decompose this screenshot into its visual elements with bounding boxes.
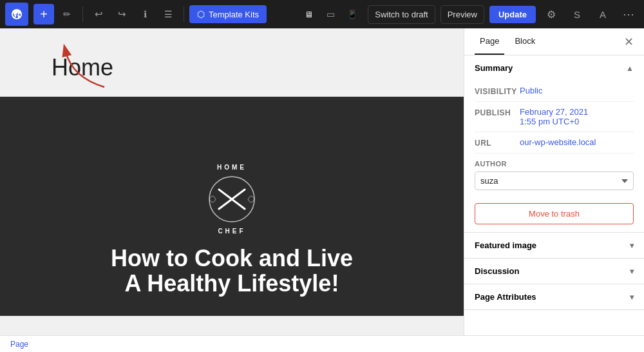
discussion-header[interactable]: Discussion ▾: [464, 259, 644, 284]
featured-image-section: Featured image ▾: [464, 233, 644, 259]
add-icon: +: [40, 7, 48, 22]
redo-icon: ↪: [118, 8, 126, 20]
discussion-section: Discussion ▾: [464, 259, 644, 284]
status-bar: Page: [0, 335, 644, 352]
page-attributes-chevron-icon: ▾: [630, 293, 634, 302]
summary-section: Summary ▲ Visibility Public Publish Febr…: [464, 55, 644, 233]
template-kits-label: Template Kits: [209, 10, 259, 19]
view-buttons: 🖥 ▭ 📱: [298, 4, 363, 24]
settings-icon: ⚙: [547, 8, 556, 21]
status-bar-label[interactable]: Page: [10, 340, 28, 349]
summary-chevron-icon: ▲: [626, 64, 634, 73]
page-attributes-header[interactable]: Page Attributes ▾: [464, 284, 644, 309]
plugin-icon: S: [574, 9, 580, 20]
summary-section-header[interactable]: Summary ▲: [464, 55, 644, 81]
edit-button[interactable]: ✏: [57, 4, 77, 24]
toolbar-separator-1: [82, 6, 83, 22]
discussion-label: Discussion: [475, 266, 519, 276]
url-row: URL our-wp-website.local: [475, 132, 634, 153]
wp-logo-button[interactable]: [5, 3, 28, 26]
visibility-label: Visibility: [475, 86, 520, 96]
avatar-button[interactable]: A: [592, 4, 613, 24]
right-panel: Page Block ✕ Summary ▲ Visibility Public…: [464, 28, 644, 335]
hero-text-block: How to Cook and Live A Healthy Lifestyle…: [111, 246, 353, 297]
featured-image-chevron-icon: ▾: [630, 241, 634, 250]
publish-label: Publish: [475, 107, 520, 117]
move-to-trash-button[interactable]: Move to trash: [475, 203, 634, 224]
list-icon: ☰: [164, 9, 173, 19]
publish-value[interactable]: February 27, 2021 1:55 pm UTC+0: [520, 107, 634, 126]
settings-button[interactable]: ⚙: [541, 4, 562, 24]
editor-area: Home HOME CHEF How to Cook a: [0, 28, 464, 335]
tablet-view-button[interactable]: ▭: [320, 4, 341, 24]
arrow-svg: [59, 39, 117, 97]
close-icon: ✕: [624, 35, 634, 49]
hero-heading-line1: How to Cook and Live: [111, 245, 353, 271]
arrow-indicator: [59, 39, 117, 99]
avatar-icon: A: [600, 9, 606, 20]
url-value[interactable]: our-wp-website.local: [520, 137, 634, 147]
info-icon: ℹ: [144, 9, 147, 19]
tablet-icon: ▭: [327, 9, 335, 19]
panel-close-button[interactable]: ✕: [624, 28, 634, 55]
hero-logo-top: HOME: [217, 164, 247, 171]
mobile-view-button[interactable]: 📱: [342, 4, 363, 24]
pencil-icon: ✏: [63, 9, 71, 19]
featured-image-label: Featured image: [475, 240, 536, 250]
author-section: AUTHOR suza: [475, 153, 634, 197]
page-attributes-section: Page Attributes ▾: [464, 284, 644, 310]
hero-heading-line2: A Healthy Lifestyle!: [125, 270, 339, 297]
publish-row: Publish February 27, 2021 1:55 pm UTC+0: [475, 102, 634, 132]
switch-to-draft-button[interactable]: Switch to draft: [368, 5, 435, 24]
visibility-row: Visibility Public: [475, 81, 634, 102]
panel-tabs: Page Block ✕: [464, 28, 644, 55]
wp-logo-icon: [10, 8, 23, 21]
desktop-icon: 🖥: [305, 10, 313, 19]
undo-icon: ↩: [95, 8, 103, 20]
info-button[interactable]: ℹ: [135, 4, 155, 24]
preview-button[interactable]: Preview: [440, 5, 484, 24]
discussion-chevron-icon: ▾: [630, 267, 634, 276]
page-attributes-label: Page Attributes: [475, 292, 536, 302]
visibility-value[interactable]: Public: [520, 86, 634, 95]
author-select[interactable]: suza: [475, 171, 634, 190]
toolbar: + ✏ ↩ ↪ ℹ ☰ ⬡ Template Kits 🖥 ▭ 📱: [0, 0, 644, 28]
template-kits-icon: ⬡: [197, 9, 205, 19]
undo-button[interactable]: ↩: [88, 4, 109, 24]
hero-image: HOME CHEF How to Cook and Live: [0, 97, 464, 316]
author-label: AUTHOR: [475, 160, 634, 168]
toolbar-separator-2: [184, 6, 184, 22]
featured-image-header[interactable]: Featured image ▾: [464, 233, 644, 258]
update-button[interactable]: Update: [489, 6, 536, 23]
tab-page[interactable]: Page: [475, 28, 504, 55]
hero-logo-circle-svg: [206, 173, 258, 225]
mobile-icon: 📱: [347, 10, 357, 19]
summary-content: Visibility Public Publish February 27, 2…: [464, 81, 644, 232]
redo-button[interactable]: ↪: [111, 4, 132, 24]
tab-block[interactable]: Block: [509, 28, 540, 55]
list-view-button[interactable]: ☰: [158, 4, 178, 24]
main-layout: Home HOME CHEF How to Cook a: [0, 28, 644, 335]
template-kits-button[interactable]: ⬡ Template Kits: [189, 5, 267, 23]
toolbar-right: 🖥 ▭ 📱 Switch to draft Preview Update ⚙ S…: [298, 4, 639, 24]
hero-logo-bottom: CHEF: [218, 228, 245, 235]
desktop-view-button[interactable]: 🖥: [298, 4, 319, 24]
summary-label: Summary: [475, 63, 513, 73]
more-options-button[interactable]: ⋯: [618, 4, 639, 24]
add-block-button[interactable]: +: [33, 4, 54, 24]
more-options-icon: ⋯: [623, 7, 634, 21]
url-label: URL: [475, 137, 520, 148]
plugin-button[interactable]: S: [567, 4, 587, 24]
hero-logo: HOME CHEF: [206, 164, 258, 235]
